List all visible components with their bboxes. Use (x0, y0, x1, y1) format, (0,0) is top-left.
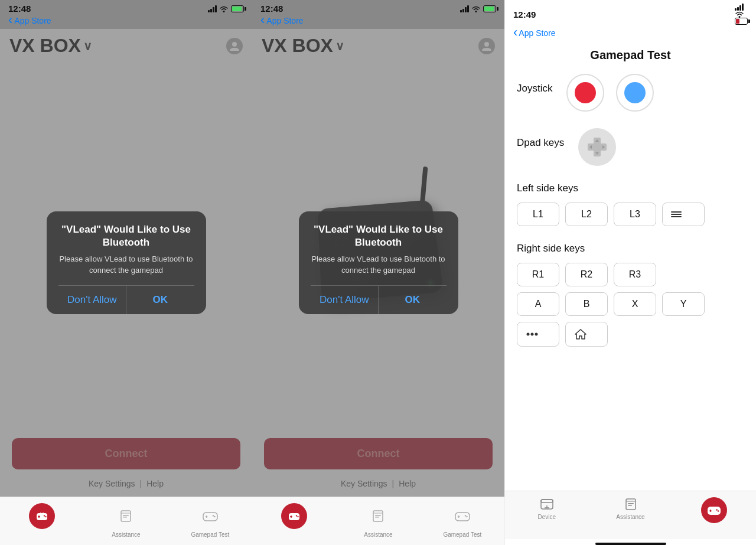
nav-bar-2: App Store (252, 15, 504, 29)
svg-point-0 (223, 11, 225, 12)
phone-panel-2: 12:48 App Store VX BOX ∨ (252, 0, 504, 545)
svg-rect-9 (121, 511, 131, 521)
key-b[interactable]: B (565, 292, 608, 316)
svg-rect-15 (205, 517, 207, 518)
gp-tab-active-wrap (701, 497, 727, 523)
tab-home-2[interactable] (252, 503, 336, 529)
svg-rect-38 (457, 517, 460, 518)
tab-gamepad-test-icon-wrap-1 (197, 503, 223, 529)
key-y[interactable]: Y (662, 292, 705, 316)
gp-back-button[interactable]: App Store (513, 26, 556, 40)
key-r2[interactable]: R2 (565, 263, 608, 286)
svg-rect-68 (709, 511, 712, 512)
gp-battery-icon (735, 18, 748, 25)
key-r3[interactable]: R3 (614, 263, 656, 286)
status-bar-2: 12:48 (252, 0, 504, 15)
tab-assistance-icon-wrap-2 (365, 503, 391, 529)
svg-point-31 (297, 516, 298, 517)
key-l3[interactable]: L3 (614, 203, 656, 226)
svg-rect-32 (373, 511, 383, 521)
key-dots[interactable] (517, 322, 559, 347)
joystick-right[interactable] (616, 74, 654, 112)
svg-point-30 (296, 515, 297, 516)
svg-rect-65 (628, 505, 632, 506)
back-button-2[interactable]: App Store (260, 15, 304, 27)
gp-content: Joystick Dpad keys (505, 74, 756, 491)
joystick-row (566, 74, 654, 112)
gp-tab-gamepad[interactable] (672, 497, 756, 523)
key-x[interactable]: X (614, 292, 656, 316)
key-l2[interactable]: L2 (565, 203, 608, 226)
tab-assistance-label-1: Assistance (112, 531, 140, 538)
tab-assistance-2[interactable]: Assistance (336, 503, 420, 538)
status-icons-1 (208, 5, 244, 12)
gamepad-panel: 12:49 App Store Gamepad T (504, 0, 756, 545)
gp-tab-device-label: Device (538, 514, 556, 520)
dialog-box-2: "VLead" Would Like to Use Bluetooth Plea… (299, 211, 458, 314)
key-l1[interactable]: L1 (517, 203, 559, 226)
key-home[interactable] (565, 322, 608, 347)
svg-rect-52 (671, 214, 682, 215)
right-keys-row3 (517, 322, 744, 347)
svg-point-40 (466, 516, 467, 517)
svg-point-54 (527, 333, 530, 336)
dialog-buttons-1: Don't Allow OK (58, 285, 194, 314)
tab-assistance-icon-wrap-1 (113, 503, 139, 529)
dont-allow-button-2[interactable]: Don't Allow (311, 286, 379, 314)
tab-gamepad-test-2[interactable]: Gamepad Test (421, 503, 504, 538)
gp-tab-assistance[interactable]: Assistance (589, 497, 673, 520)
key-r1[interactable]: R1 (517, 263, 559, 286)
svg-rect-53 (671, 216, 682, 217)
dpad-label: Dpad keys (517, 137, 564, 149)
nav-bar-1: App Store (0, 15, 252, 29)
app-content-1: VX BOX ∨ "VLead" Would Like to Use Bluet… (0, 29, 252, 497)
svg-point-5 (44, 515, 45, 516)
right-keys-row1: R1 R2 R3 (517, 263, 744, 286)
tab-gamepad-test-1[interactable]: Gamepad Test (168, 503, 252, 538)
app-content-2: VX BOX ∨ (252, 29, 504, 497)
ok-button-2[interactable]: OK (379, 286, 447, 314)
svg-rect-64 (628, 503, 634, 504)
dont-allow-button-1[interactable]: Don't Allow (58, 286, 127, 314)
tab-home-1[interactable] (0, 503, 84, 529)
tab-assistance-label-2: Assistance (364, 531, 392, 538)
status-icons-2 (460, 5, 496, 12)
right-side-section: Right side keys R1 R2 R3 A B X Y (517, 243, 744, 347)
right-side-label: Right side keys (517, 243, 744, 254)
bluetooth-dialog-2: "VLead" Would Like to Use Bluetooth Plea… (252, 29, 504, 497)
svg-point-17 (214, 516, 215, 517)
tab-gamepad-test-label-2: Gamepad Test (443, 531, 481, 538)
left-side-label: Left side keys (517, 182, 744, 194)
tab-assistance-1[interactable]: Assistance (84, 503, 168, 538)
back-button-1[interactable]: App Store (8, 15, 51, 27)
gp-tab-device[interactable]: Device (505, 497, 589, 520)
gp-battery-fill (736, 19, 739, 24)
book-icon-1 (119, 509, 133, 523)
svg-rect-51 (671, 211, 682, 213)
battery-icon-2 (483, 5, 496, 12)
joystick-left[interactable] (566, 74, 604, 112)
svg-point-16 (213, 515, 214, 516)
svg-rect-8 (43, 513, 44, 514)
tab-bar-2: Assistance Gamepad Test (252, 497, 504, 545)
wifi-icon-2 (471, 5, 481, 12)
svg-marker-57 (575, 329, 586, 339)
svg-rect-34 (375, 515, 381, 516)
right-keys-row2: A B X Y (517, 292, 744, 316)
gp-status-bar: 12:49 (505, 0, 756, 26)
ok-button-1[interactable]: OK (126, 286, 194, 314)
key-a[interactable]: A (517, 292, 559, 316)
gp-signal-icon (735, 4, 748, 11)
svg-rect-35 (375, 517, 379, 518)
key-menu[interactable] (662, 203, 705, 226)
dpad-icon[interactable] (578, 128, 616, 166)
dialog-buttons-2: Don't Allow OK (311, 285, 447, 314)
dialog-box-1: "VLead" Would Like to Use Bluetooth Plea… (47, 211, 206, 314)
gp-tab-bar: Device Assistance (505, 491, 756, 539)
svg-point-55 (531, 333, 534, 336)
battery-icon-1 (231, 5, 244, 12)
gp-status-icons (735, 4, 748, 25)
gp-gamepad-icon (706, 504, 722, 517)
joystick-right-dot (624, 82, 646, 103)
svg-point-56 (535, 333, 538, 336)
